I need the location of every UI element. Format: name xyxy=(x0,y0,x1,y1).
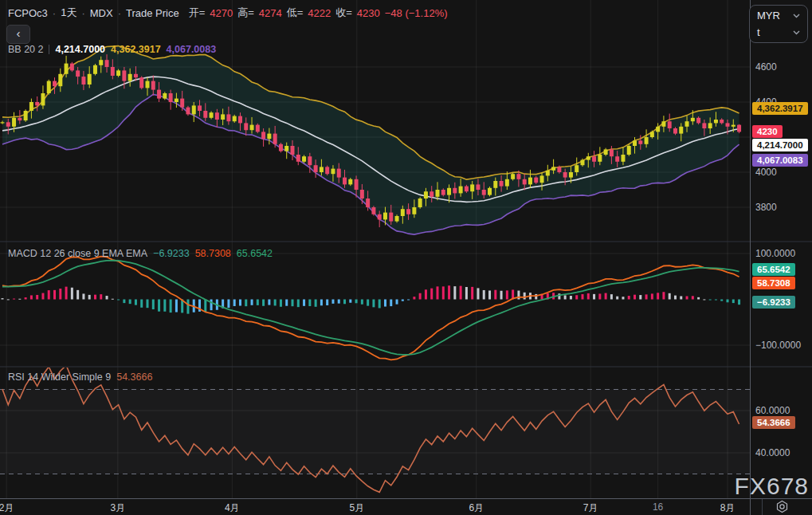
macd-signal-value: 65.6542 xyxy=(237,248,273,259)
macd-legend[interactable]: MACD 12 26 close 9 EMA EMA −6.9233 58.73… xyxy=(8,248,273,259)
rsi-value-label: 54.3666 xyxy=(752,416,795,429)
header-separator: · xyxy=(53,7,56,19)
rsi-axis-tick: 60.0000 xyxy=(755,405,790,416)
macd-hist-label: −6.9233 xyxy=(752,296,795,309)
rsi-legend-title: RSI 14 Wilder Simple 9 xyxy=(8,372,111,383)
exchange-label: MDX xyxy=(90,7,113,19)
unit-value: t xyxy=(757,26,760,38)
last-price-label: 4230 xyxy=(752,125,783,138)
time-axis-label[interactable]: 4月 xyxy=(225,501,240,515)
unit-select[interactable]: t xyxy=(750,24,807,41)
currency-value: MYR xyxy=(757,10,780,22)
time-axis-label[interactable]: 2月 xyxy=(0,501,14,515)
macd-hist-value: −6.9233 xyxy=(153,248,190,259)
symbol-header[interactable]: FCPOc3 · 1天 · MDX · Trade Price 开=4270 高… xyxy=(8,6,448,20)
time-axis-label[interactable]: 5月 xyxy=(349,501,364,515)
header-separator: · xyxy=(118,7,121,19)
legend-divider xyxy=(49,45,49,54)
macd-axis-tick: −100.0000 xyxy=(755,340,801,351)
chevron-down-icon xyxy=(793,30,800,35)
chevron-down-icon xyxy=(793,14,800,18)
chart-settings-icon[interactable] xyxy=(773,500,790,513)
macd-axis-tick: 100.0000 xyxy=(755,248,795,259)
header-separator: · xyxy=(81,7,84,19)
bb-legend[interactable]: BB 20 2 4,214.7000 4,362.3917 4,067.0083 xyxy=(8,44,216,55)
bb-lower-value: 4,067.0083 xyxy=(167,44,217,55)
macd-line-value: 58.7308 xyxy=(195,248,231,259)
price-type-label: Trade Price xyxy=(126,7,179,19)
back-button[interactable]: ‹ xyxy=(6,25,30,44)
macd-lines xyxy=(2,257,739,360)
price-axis-tick: 4000 xyxy=(755,167,777,178)
symbol-controls: MYR t xyxy=(749,5,808,43)
time-axis-label[interactable]: 7月 xyxy=(583,501,598,515)
time-axis-label[interactable]: 3月 xyxy=(111,501,126,515)
symbol-name[interactable]: FCPOc3 xyxy=(8,7,48,19)
open-value: 4270 xyxy=(210,7,233,19)
chevron-left-icon: ‹ xyxy=(17,26,21,40)
price-axis-tick: 4600 xyxy=(755,61,777,73)
chart-window: FCPOc3 · 1天 · MDX · Trade Price 开=4270 高… xyxy=(0,0,812,515)
macd-signal-label: 65.6542 xyxy=(752,263,795,276)
bb-upper-value: 4,362.3917 xyxy=(111,44,161,55)
watermark: FX678 xyxy=(735,473,809,500)
rsi-band xyxy=(0,390,750,474)
bb-lower-price-label: 4,067.0083 xyxy=(752,154,808,167)
interval-label[interactable]: 1天 xyxy=(61,6,76,20)
high-value: 4274 xyxy=(259,7,282,19)
close-value: 4230 xyxy=(357,7,380,19)
rsi-legend[interactable]: RSI 14 Wilder Simple 9 54.3666 xyxy=(8,372,152,383)
high-label: 高= xyxy=(237,6,254,20)
time-axis-label[interactable]: 16 xyxy=(653,501,663,513)
bb-upper-price-label: 4,362.3917 xyxy=(752,102,808,115)
time-axis-label[interactable]: 8月 xyxy=(720,501,736,515)
bb-legend-title: BB 20 2 xyxy=(8,44,43,55)
rsi-axis-tick: 40.0000 xyxy=(755,447,790,458)
macd-histogram xyxy=(2,285,741,313)
open-label: 开= xyxy=(189,6,206,20)
close-label: 收= xyxy=(335,6,352,20)
macd-line-label: 58.7308 xyxy=(752,277,795,289)
currency-select[interactable]: MYR xyxy=(750,7,807,24)
time-axis-separator xyxy=(762,499,763,515)
bb-basis-price-label: 4,214.7000 xyxy=(752,139,808,151)
change-value: −48 (−1.12%) xyxy=(385,7,448,19)
low-label: 低= xyxy=(287,6,304,20)
price-axis-tick: 3800 xyxy=(755,202,777,213)
time-axis-label[interactable]: 6月 xyxy=(469,501,484,515)
macd-legend-title: MACD 12 26 close 9 EMA EMA xyxy=(8,248,147,259)
bb-basis-value: 4,214.7000 xyxy=(55,44,105,55)
low-value: 4222 xyxy=(308,7,331,19)
rsi-value: 54.3666 xyxy=(116,372,152,383)
